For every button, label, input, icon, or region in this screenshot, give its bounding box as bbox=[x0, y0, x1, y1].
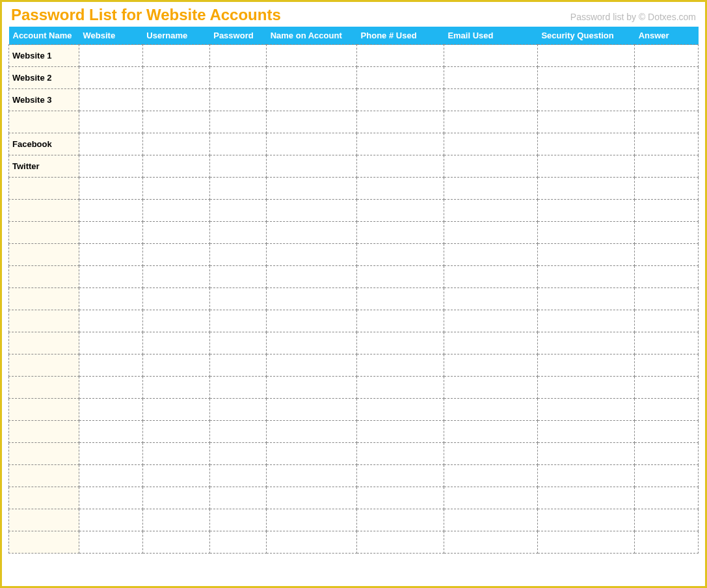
cell[interactable] bbox=[444, 155, 537, 178]
cell[interactable] bbox=[537, 244, 634, 266]
cell[interactable] bbox=[209, 421, 266, 443]
cell[interactable] bbox=[267, 487, 357, 509]
cell[interactable] bbox=[444, 377, 537, 399]
cell[interactable] bbox=[209, 465, 266, 487]
cell[interactable] bbox=[537, 111, 634, 133]
cell[interactable] bbox=[635, 45, 699, 67]
cell[interactable] bbox=[209, 399, 266, 421]
cell[interactable] bbox=[444, 244, 537, 266]
cell[interactable] bbox=[537, 155, 634, 178]
cell[interactable] bbox=[357, 354, 444, 377]
cell-account-name[interactable] bbox=[9, 310, 79, 332]
cell[interactable] bbox=[79, 310, 143, 332]
cell[interactable] bbox=[357, 310, 444, 332]
cell[interactable] bbox=[267, 222, 357, 244]
cell[interactable] bbox=[537, 465, 634, 487]
cell[interactable] bbox=[142, 377, 209, 399]
cell[interactable] bbox=[267, 244, 357, 266]
cell[interactable] bbox=[357, 377, 444, 399]
cell[interactable] bbox=[537, 531, 634, 554]
cell[interactable] bbox=[635, 531, 699, 554]
cell[interactable] bbox=[79, 288, 143, 310]
cell[interactable] bbox=[357, 222, 444, 244]
cell[interactable] bbox=[635, 465, 699, 487]
cell[interactable] bbox=[267, 377, 357, 399]
cell[interactable] bbox=[79, 111, 143, 133]
cell-account-name[interactable] bbox=[9, 288, 79, 310]
cell[interactable] bbox=[79, 443, 143, 465]
cell[interactable] bbox=[79, 266, 143, 288]
cell[interactable] bbox=[79, 45, 143, 67]
cell[interactable] bbox=[267, 89, 357, 111]
cell[interactable] bbox=[267, 399, 357, 421]
cell[interactable] bbox=[209, 89, 266, 111]
cell[interactable] bbox=[142, 354, 209, 377]
cell[interactable] bbox=[267, 266, 357, 288]
cell[interactable] bbox=[357, 509, 444, 531]
cell[interactable] bbox=[357, 288, 444, 310]
cell[interactable] bbox=[209, 443, 266, 465]
cell[interactable] bbox=[537, 45, 634, 67]
cell[interactable] bbox=[79, 332, 143, 354]
cell[interactable] bbox=[142, 45, 209, 67]
cell[interactable] bbox=[444, 222, 537, 244]
cell[interactable] bbox=[444, 133, 537, 155]
cell[interactable] bbox=[142, 465, 209, 487]
cell[interactable] bbox=[79, 200, 143, 222]
cell[interactable] bbox=[267, 200, 357, 222]
cell[interactable] bbox=[537, 310, 634, 332]
cell[interactable] bbox=[267, 332, 357, 354]
cell[interactable] bbox=[79, 244, 143, 266]
cell[interactable] bbox=[357, 487, 444, 509]
cell[interactable] bbox=[357, 67, 444, 89]
cell[interactable] bbox=[209, 310, 266, 332]
cell[interactable] bbox=[79, 465, 143, 487]
cell[interactable] bbox=[79, 399, 143, 421]
cell[interactable] bbox=[209, 509, 266, 531]
cell[interactable] bbox=[142, 399, 209, 421]
cell[interactable] bbox=[444, 509, 537, 531]
cell[interactable] bbox=[635, 310, 699, 332]
cell[interactable] bbox=[357, 89, 444, 111]
cell[interactable] bbox=[267, 111, 357, 133]
cell[interactable] bbox=[635, 222, 699, 244]
cell-account-name[interactable]: Website 1 bbox=[9, 45, 79, 67]
cell[interactable] bbox=[444, 332, 537, 354]
cell-account-name[interactable] bbox=[9, 266, 79, 288]
cell[interactable] bbox=[209, 354, 266, 377]
cell[interactable] bbox=[357, 244, 444, 266]
cell[interactable] bbox=[267, 288, 357, 310]
cell-account-name[interactable] bbox=[9, 222, 79, 244]
cell[interactable] bbox=[142, 288, 209, 310]
cell[interactable] bbox=[444, 531, 537, 554]
cell[interactable] bbox=[142, 133, 209, 155]
cell-account-name[interactable] bbox=[9, 531, 79, 554]
cell[interactable] bbox=[267, 531, 357, 554]
cell[interactable] bbox=[209, 377, 266, 399]
cell-account-name[interactable]: Twitter bbox=[9, 155, 79, 178]
cell[interactable] bbox=[142, 421, 209, 443]
cell[interactable] bbox=[635, 399, 699, 421]
cell[interactable] bbox=[635, 332, 699, 354]
cell[interactable] bbox=[209, 67, 266, 89]
cell[interactable] bbox=[79, 155, 143, 178]
cell[interactable] bbox=[537, 487, 634, 509]
cell[interactable] bbox=[444, 89, 537, 111]
cell[interactable] bbox=[537, 178, 634, 200]
cell[interactable] bbox=[357, 133, 444, 155]
cell[interactable] bbox=[142, 155, 209, 178]
cell[interactable] bbox=[537, 200, 634, 222]
cell[interactable] bbox=[209, 531, 266, 554]
cell[interactable] bbox=[267, 133, 357, 155]
cell[interactable] bbox=[357, 200, 444, 222]
cell[interactable] bbox=[635, 443, 699, 465]
cell[interactable] bbox=[444, 45, 537, 67]
cell[interactable] bbox=[537, 332, 634, 354]
cell-account-name[interactable] bbox=[9, 421, 79, 443]
cell[interactable] bbox=[267, 421, 357, 443]
cell[interactable] bbox=[357, 531, 444, 554]
cell[interactable] bbox=[635, 111, 699, 133]
cell[interactable] bbox=[444, 421, 537, 443]
cell-account-name[interactable] bbox=[9, 354, 79, 377]
cell[interactable] bbox=[537, 89, 634, 111]
